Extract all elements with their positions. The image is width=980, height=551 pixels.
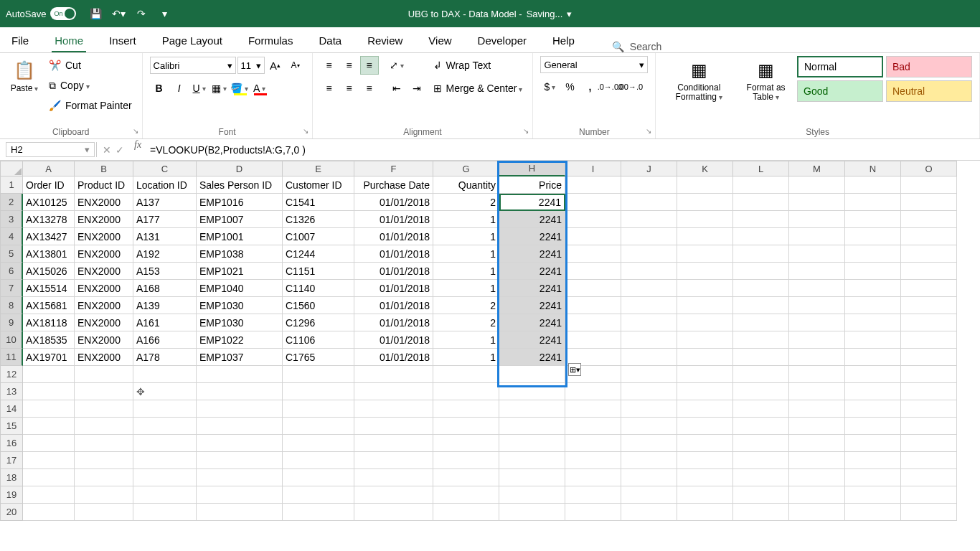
column-header-L[interactable]: L: [733, 161, 789, 176]
cell[interactable]: [901, 314, 957, 331]
cell[interactable]: [677, 400, 733, 418]
autofill-options-icon[interactable]: ⊞▾: [568, 363, 581, 376]
cell[interactable]: [283, 469, 354, 486]
cell[interactable]: [733, 366, 789, 383]
cell[interactable]: [677, 176, 733, 194]
cell[interactable]: [621, 486, 677, 504]
cell[interactable]: [733, 486, 789, 504]
cell[interactable]: Sales Person ID: [197, 176, 283, 194]
cell[interactable]: C1244: [283, 245, 354, 263]
cell[interactable]: C1140: [283, 280, 354, 297]
cell[interactable]: [789, 297, 845, 314]
cell[interactable]: EMP1030: [197, 297, 283, 314]
row-header[interactable]: 1: [0, 176, 23, 194]
cell[interactable]: 2241: [499, 245, 565, 263]
row-header[interactable]: 16: [0, 435, 23, 452]
cell[interactable]: [789, 452, 845, 469]
cell[interactable]: 2: [433, 297, 499, 314]
cell[interactable]: [23, 452, 75, 469]
cell[interactable]: EMP1016: [197, 194, 283, 211]
cell[interactable]: [75, 383, 133, 400]
cell[interactable]: [789, 504, 845, 521]
enter-icon[interactable]: ✓: [116, 144, 124, 156]
cell[interactable]: [677, 263, 733, 280]
align-left-button[interactable]: ≡: [320, 79, 339, 98]
cell[interactable]: [565, 504, 621, 521]
cell[interactable]: [621, 349, 677, 366]
cell[interactable]: [733, 297, 789, 314]
cell[interactable]: [845, 504, 901, 521]
cell[interactable]: AX18535: [23, 331, 75, 349]
cell[interactable]: [733, 452, 789, 469]
cell[interactable]: [197, 486, 283, 504]
cell[interactable]: [901, 486, 957, 504]
cell[interactable]: [433, 383, 499, 400]
cell[interactable]: [133, 452, 197, 469]
cell[interactable]: [283, 452, 354, 469]
cell[interactable]: [845, 280, 901, 297]
cell[interactable]: [283, 435, 354, 452]
fx-icon[interactable]: fx: [130, 139, 146, 160]
cell[interactable]: [733, 469, 789, 486]
cell[interactable]: [901, 349, 957, 366]
font-launcher-icon[interactable]: ↘: [301, 127, 311, 137]
column-header-O[interactable]: O: [901, 161, 957, 176]
cell[interactable]: [499, 486, 565, 504]
column-header-D[interactable]: D: [197, 161, 283, 176]
column-header-I[interactable]: I: [565, 161, 621, 176]
cell[interactable]: [433, 469, 499, 486]
cell[interactable]: EMP1001: [197, 228, 283, 245]
cell[interactable]: 2: [433, 194, 499, 211]
cell[interactable]: [197, 452, 283, 469]
cell[interactable]: [733, 314, 789, 331]
cell[interactable]: [499, 435, 565, 452]
cell[interactable]: [621, 280, 677, 297]
cell[interactable]: [499, 452, 565, 469]
cell[interactable]: [845, 469, 901, 486]
cell[interactable]: [499, 504, 565, 521]
tab-review[interactable]: Review: [364, 30, 405, 52]
cell[interactable]: ENX2000: [75, 280, 133, 297]
cell[interactable]: AX13278: [23, 211, 75, 228]
cell[interactable]: [499, 366, 565, 383]
row-header[interactable]: 11: [0, 349, 23, 366]
cell[interactable]: [901, 331, 957, 349]
cell[interactable]: [845, 314, 901, 331]
cell[interactable]: C1560: [283, 297, 354, 314]
borders-button[interactable]: ▦: [210, 79, 229, 98]
cell[interactable]: [75, 435, 133, 452]
row-header[interactable]: 19: [0, 486, 23, 504]
row-header[interactable]: 6: [0, 263, 23, 280]
cell[interactable]: [733, 331, 789, 349]
cell[interactable]: [845, 435, 901, 452]
row-header[interactable]: 9: [0, 314, 23, 331]
tab-formulas[interactable]: Formulas: [245, 30, 296, 52]
cell[interactable]: [789, 245, 845, 263]
tab-view[interactable]: View: [425, 30, 454, 52]
cell[interactable]: [621, 314, 677, 331]
row-header[interactable]: 17: [0, 452, 23, 469]
cell[interactable]: [354, 383, 433, 400]
cell[interactable]: [354, 452, 433, 469]
decrease-font-button[interactable]: A▾: [286, 56, 305, 75]
cell[interactable]: [901, 280, 957, 297]
cell[interactable]: 1: [433, 349, 499, 366]
cell[interactable]: 2241: [499, 297, 565, 314]
cell[interactable]: [733, 435, 789, 452]
cell[interactable]: [23, 418, 75, 435]
cell[interactable]: [733, 280, 789, 297]
cell[interactable]: ENX2000: [75, 297, 133, 314]
cell[interactable]: [133, 504, 197, 521]
percent-button[interactable]: %: [560, 77, 579, 96]
cell[interactable]: [621, 452, 677, 469]
decrease-indent-button[interactable]: ⇤: [387, 79, 406, 98]
cell[interactable]: [621, 435, 677, 452]
cell[interactable]: [733, 400, 789, 418]
cell[interactable]: C1151: [283, 263, 354, 280]
cell[interactable]: [677, 228, 733, 245]
cell[interactable]: Price: [499, 176, 565, 194]
cell[interactable]: 01/01/2018: [354, 194, 433, 211]
cell[interactable]: A192: [133, 245, 197, 263]
cut-button[interactable]: ✂️Cut: [46, 56, 135, 75]
cell[interactable]: [23, 486, 75, 504]
